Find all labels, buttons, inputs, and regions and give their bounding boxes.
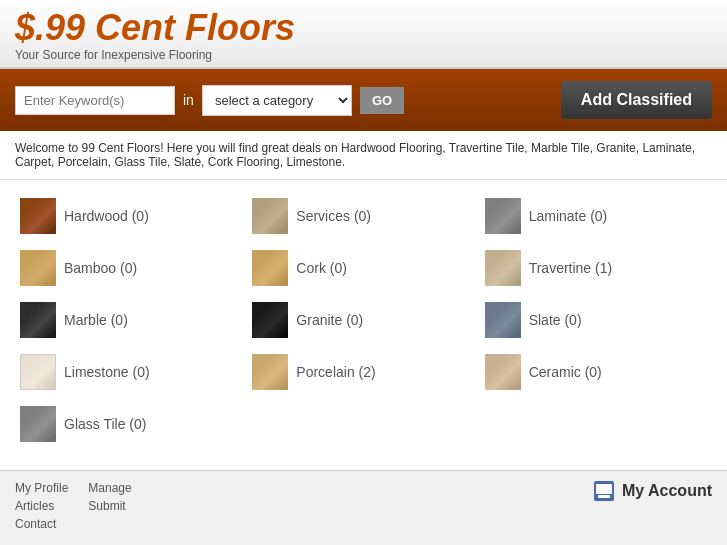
swatch-slate: [485, 302, 521, 338]
category-label[interactable]: Laminate (0): [529, 208, 608, 224]
category-item[interactable]: Hardwood (0): [15, 190, 247, 242]
footer-link[interactable]: Submit: [88, 499, 131, 513]
category-item[interactable]: Porcelain (2): [247, 346, 479, 398]
category-item[interactable]: Bamboo (0): [15, 242, 247, 294]
category-label[interactable]: Ceramic (0): [529, 364, 602, 380]
category-label[interactable]: Granite (0): [296, 312, 363, 328]
category-item[interactable]: Ceramic (0): [480, 346, 712, 398]
category-label[interactable]: Bamboo (0): [64, 260, 137, 276]
category-label[interactable]: Porcelain (2): [296, 364, 375, 380]
category-label[interactable]: Services (0): [296, 208, 371, 224]
category-label[interactable]: Glass Tile (0): [64, 416, 146, 432]
my-account[interactable]: My Account: [594, 481, 712, 501]
svg-rect-1: [598, 495, 610, 498]
my-account-label: My Account: [622, 482, 712, 500]
category-item[interactable]: Limestone (0): [15, 346, 247, 398]
category-item[interactable]: Slate (0): [480, 294, 712, 346]
swatch-cork: [252, 250, 288, 286]
category-label[interactable]: Marble (0): [64, 312, 128, 328]
swatch-services: [252, 198, 288, 234]
swatch-limestone: [20, 354, 56, 390]
category-item[interactable]: Marble (0): [15, 294, 247, 346]
footer-link[interactable]: Contact: [15, 517, 68, 531]
footer-link[interactable]: Articles: [15, 499, 68, 513]
logo-title: $.99 Cent Floors: [15, 10, 712, 46]
add-classified-button[interactable]: Add Classified: [561, 81, 712, 119]
category-item[interactable]: Glass Tile (0): [15, 398, 247, 450]
my-account-icon: [594, 481, 614, 501]
svg-rect-0: [596, 484, 612, 494]
search-input[interactable]: [15, 86, 175, 115]
site-header: $.99 Cent Floors Your Source for Inexpen…: [0, 0, 727, 69]
category-label[interactable]: Hardwood (0): [64, 208, 149, 224]
category-item[interactable]: Granite (0): [247, 294, 479, 346]
category-label[interactable]: Slate (0): [529, 312, 582, 328]
category-item[interactable]: Services (0): [247, 190, 479, 242]
footer-link[interactable]: My Profile: [15, 481, 68, 495]
go-button[interactable]: GO: [360, 87, 404, 114]
category-label[interactable]: Limestone (0): [64, 364, 150, 380]
footer-link[interactable]: Manage: [88, 481, 131, 495]
swatch-bamboo: [20, 250, 56, 286]
footer: My ProfileArticlesContact ManageSubmit M…: [0, 470, 727, 541]
swatch-hardwood: [20, 198, 56, 234]
welcome-text: Welcome to 99 Cent Floors! Here you will…: [0, 131, 727, 180]
swatch-granite: [252, 302, 288, 338]
category-item[interactable]: Cork (0): [247, 242, 479, 294]
search-bar: in select a category Hardwood Bamboo Mar…: [0, 69, 727, 131]
footer-links: My ProfileArticlesContact ManageSubmit: [15, 481, 132, 531]
footer-col-2: ManageSubmit: [88, 481, 131, 531]
swatch-marble: [20, 302, 56, 338]
logo-subtitle: Your Source for Inexpensive Flooring: [15, 48, 712, 62]
swatch-ceramic: [485, 354, 521, 390]
category-select[interactable]: select a category Hardwood Bamboo Marble…: [202, 85, 352, 116]
swatch-porcelain: [252, 354, 288, 390]
category-item[interactable]: Travertine (1): [480, 242, 712, 294]
swatch-travertine: [485, 250, 521, 286]
swatch-laminate: [485, 198, 521, 234]
categories-grid: Hardwood (0)Services (0)Laminate (0)Bamb…: [0, 180, 727, 470]
category-label[interactable]: Cork (0): [296, 260, 347, 276]
in-label: in: [183, 92, 194, 108]
swatch-laminate: [20, 406, 56, 442]
category-label[interactable]: Travertine (1): [529, 260, 613, 276]
footer-col-1: My ProfileArticlesContact: [15, 481, 68, 531]
category-item[interactable]: Laminate (0): [480, 190, 712, 242]
